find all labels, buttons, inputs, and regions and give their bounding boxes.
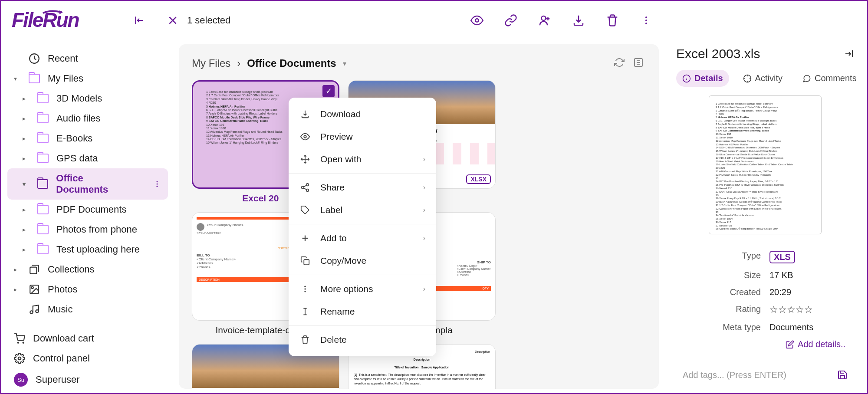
sidebar-item-label: Recent	[48, 53, 78, 64]
sidebar-myfiles[interactable]: ▾ My Files	[7, 69, 168, 89]
refresh-icon[interactable]	[614, 57, 625, 68]
link-button[interactable]	[500, 10, 521, 31]
sidebar-item-label: Photos from phone	[56, 224, 137, 235]
preview-button[interactable]	[467, 10, 487, 31]
details-tabs: Details Activity Comments	[676, 70, 854, 87]
type-badge: XLS	[769, 251, 795, 263]
sidebar-item-3dmodels[interactable]: ▸3D Models	[7, 89, 168, 108]
folder-icon	[37, 94, 49, 103]
chevron-right-icon: ›	[237, 57, 240, 69]
sidebar-item-test[interactable]: ▸Test uploading here	[7, 240, 168, 259]
sidebar-photos[interactable]: ▸Photos	[7, 279, 168, 299]
save-icon[interactable]	[837, 370, 848, 380]
file-type-badge: XLSX	[466, 174, 491, 184]
sidebar-download-cart[interactable]: Download cart	[7, 328, 168, 348]
sidebar-item-label: E-Books	[56, 133, 92, 144]
sidebar-item-audio[interactable]: ▸Audio files	[7, 108, 168, 128]
ctx-delete[interactable]: Delete	[289, 328, 436, 351]
ctx-preview[interactable]: Preview	[289, 125, 436, 148]
sidebar-item-label: 3D Models	[56, 93, 102, 104]
selection-count: 1 selected	[187, 15, 230, 26]
tab-activity[interactable]: Activity	[737, 70, 789, 87]
avatar: Su	[14, 373, 28, 387]
svg-point-12	[157, 181, 158, 182]
sidebar-item-photos-phone[interactable]: ▸Photos from phone	[7, 220, 168, 240]
settings-icon[interactable]	[633, 57, 644, 68]
context-menu: Download Preview Open with› Share› Label…	[289, 98, 436, 356]
expand-panel-icon[interactable]	[844, 49, 854, 59]
selection-info: 1 selected	[167, 15, 230, 26]
ctx-share[interactable]: Share›	[289, 176, 436, 199]
meta-label: Meta type	[676, 322, 769, 332]
folder-icon	[37, 134, 49, 143]
ctx-openwith[interactable]: Open with›	[289, 148, 436, 171]
download-button[interactable]	[568, 10, 589, 31]
ctx-copymove[interactable]: Copy/Move	[289, 250, 436, 272]
breadcrumb: My Files › Office Documents ▾	[192, 57, 646, 69]
sidebar-item-label: Download cart	[33, 333, 94, 344]
sidebar-item-label: My Files	[48, 73, 83, 84]
folder-icon	[37, 154, 49, 163]
svg-point-20	[18, 342, 19, 343]
svg-point-9	[645, 20, 647, 21]
sidebar-recent[interactable]: Recent	[7, 49, 168, 69]
sidebar-music[interactable]: Music	[7, 299, 168, 319]
ctx-more[interactable]: More options›	[289, 278, 436, 300]
share-user-button[interactable]	[534, 10, 555, 31]
ctx-download[interactable]: Download	[289, 103, 436, 125]
meta-label: Created	[676, 287, 769, 297]
svg-point-45	[304, 288, 306, 289]
svg-point-5	[542, 16, 546, 20]
ctx-rename[interactable]: Rename	[289, 300, 436, 323]
collapse-sidebar-button[interactable]	[129, 10, 150, 31]
svg-point-32	[304, 135, 306, 138]
sidebar-item-pdf[interactable]: ▸PDF Documents	[7, 200, 168, 220]
meta-value: 17 KB	[769, 270, 854, 280]
svg-line-38	[304, 188, 306, 190]
svg-point-37	[306, 189, 309, 192]
folder-icon	[37, 225, 49, 234]
meta-value: Documents	[769, 322, 854, 332]
sidebar-item-office[interactable]: ▾Office Documents	[7, 168, 168, 200]
breadcrumb-root[interactable]: My Files	[192, 57, 230, 69]
sidebar-item-ebooks[interactable]: ▸E-Books	[7, 128, 168, 148]
svg-point-35	[306, 184, 309, 186]
tab-comments[interactable]: Comments	[796, 70, 863, 87]
svg-point-36	[302, 186, 304, 189]
meta-label: Size	[676, 270, 769, 280]
sidebar-item-label: Audio files	[56, 113, 101, 124]
file-preview[interactable]: 1 Elfen Base for stackable storage shelf…	[709, 95, 822, 234]
ctx-label[interactable]: Label›	[289, 199, 436, 221]
delete-button[interactable]	[602, 10, 623, 31]
breadcrumb-current[interactable]: Office Documents	[247, 57, 336, 69]
svg-point-10	[645, 23, 647, 24]
sidebar-user[interactable]: SuSuperuser	[7, 368, 168, 391]
folder-icon	[37, 179, 49, 189]
add-details-button[interactable]: Add details..	[676, 339, 854, 349]
sidebar-item-label: Photos	[48, 284, 78, 295]
ctx-addto[interactable]: Add to›	[289, 227, 436, 250]
tab-details[interactable]: Details	[676, 70, 729, 87]
svg-point-19	[36, 310, 39, 313]
svg-point-14	[157, 186, 158, 187]
rating-stars[interactable]: ☆☆☆☆☆	[769, 304, 854, 315]
sidebar-control-panel[interactable]: Control panel	[7, 348, 168, 368]
sidebar: Recent ▾ My Files ▸3D Models ▸Audio file…	[1, 40, 174, 393]
folder-more-icon[interactable]	[153, 180, 161, 188]
more-button[interactable]	[636, 10, 657, 31]
details-filename: Excel 2003.xls	[676, 46, 760, 61]
sidebar-item-gps[interactable]: ▸GPS data	[7, 148, 168, 168]
folder-icon	[37, 114, 49, 123]
sidebar-item-label: Office Documents	[56, 173, 136, 195]
check-icon: ✓	[322, 85, 335, 97]
clear-selection-button[interactable]	[167, 15, 178, 26]
tags-input[interactable]: Add tags... (Press ENTER)	[676, 363, 854, 387]
svg-point-46	[304, 291, 306, 292]
folder-icon	[37, 245, 49, 254]
sidebar-collections[interactable]: ▸Collections	[7, 259, 168, 279]
chevron-down-icon[interactable]: ▾	[343, 59, 346, 68]
meta-label: Rating	[676, 304, 769, 315]
topbar: FileRun 1 selected	[1, 1, 867, 40]
sidebar-item-label: Superuser	[36, 374, 80, 385]
svg-point-22	[18, 357, 21, 360]
